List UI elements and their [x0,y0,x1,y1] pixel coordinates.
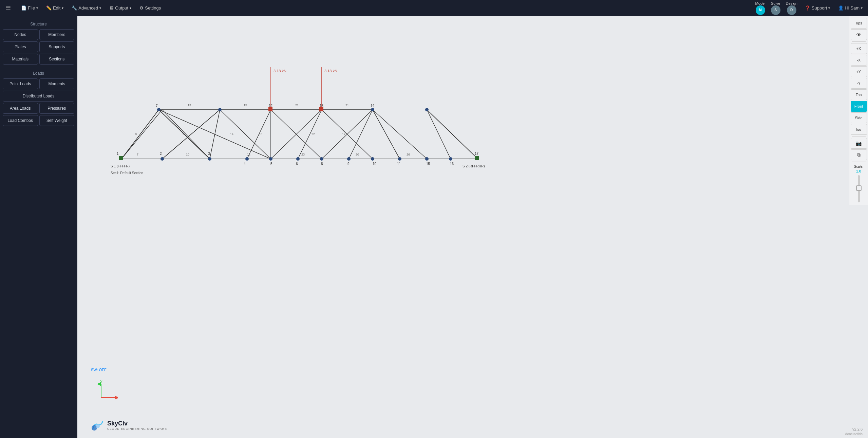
screenshot-btn[interactable]: 📷 [851,138,867,149]
svg-text:9: 9 [347,162,350,166]
svg-point-57 [296,157,300,161]
svg-text:23: 23 [301,153,305,156]
distributed-loads-btn[interactable]: Distributed Loads [3,91,74,102]
svg-text:X: X [115,396,118,399]
svg-line-43 [427,110,451,159]
layers-btn[interactable]: ⧉ [851,149,867,160]
svg-text:5: 5 [270,162,272,166]
dont-use-label: dontusethis [845,432,863,436]
scale-slider-track [858,175,860,202]
advanced-icon: 🔧 [72,5,77,11]
svg-line-42 [373,110,400,159]
loads-buttons-row1: Point Loads Moments [3,78,74,89]
plus-y-btn[interactable]: +Y [851,66,867,77]
svg-text:20: 20 [356,153,359,156]
structure-buttons-row1: Nodes Members [3,29,74,40]
self-weight-btn[interactable]: Self Weight [39,115,75,126]
area-loads-btn[interactable]: Area Loads [3,103,38,114]
svg-point-52 [425,108,429,111]
svg-text:S 1 (FFFFR): S 1 (FFFFR) [111,164,130,168]
structure-section-label: Structure [3,22,74,26]
sw-status: SW: OFF [91,368,107,372]
svg-text:8: 8 [321,162,323,166]
svg-text:7: 7 [137,153,138,156]
svg-text:8: 8 [135,132,137,136]
topbar-left: ☰ 📄 File ▾ ✏️ Edit ▾ 🔧 Advanced ▾ 🖥 Outp… [3,3,164,13]
svg-point-51 [371,108,374,111]
svg-text:14: 14 [230,132,233,136]
svg-text:26: 26 [407,153,410,156]
sections-btn[interactable]: Sections [39,54,75,65]
topbar: ☰ 📄 File ▾ ✏️ Edit ▾ 🔧 Advanced ▾ 🖥 Outp… [0,0,868,16]
mode-design-btn[interactable]: Design D [784,1,799,16]
svg-point-109 [96,424,100,428]
svg-point-61 [398,157,401,161]
canvas-area[interactable]: 3.18 kN 3.18 kN [77,16,868,438]
mode-model-btn[interactable]: Model M [753,1,768,16]
moments-btn[interactable]: Moments [39,78,75,89]
minus-x-btn[interactable]: -X [851,55,867,66]
toolbar-divider-2 [852,136,866,136]
svg-line-41 [349,110,373,159]
user-button[interactable]: 👤 Hi Sam ▾ [835,4,865,12]
svg-point-58 [320,157,323,161]
svg-text:14: 14 [371,104,375,108]
loads-section-label: Loads [3,71,74,76]
toolbar-divider [852,41,866,42]
svg-point-53 [161,157,164,161]
svg-point-60 [371,157,374,161]
svg-text:16: 16 [259,132,262,136]
nav-file[interactable]: 📄 File ▾ [18,4,41,12]
svg-rect-67 [319,107,323,111]
svg-line-34 [373,110,427,159]
plus-x-btn[interactable]: +X [851,43,867,54]
svg-text:13: 13 [320,104,324,108]
right-toolbar: Tips 👁 +X -X +Y -Y Top Front Side Iso 📷 … [849,16,868,205]
svg-text:17: 17 [475,152,479,156]
svg-text:3.18 kN: 3.18 kN [324,69,337,73]
svg-text:9: 9 [183,132,184,136]
plates-btn[interactable]: Plates [3,41,38,52]
nav-advanced[interactable]: 🔧 Advanced ▾ [68,4,105,12]
front-view-btn[interactable]: Front [851,101,867,112]
iso-view-btn[interactable]: Iso [851,124,867,135]
point-loads-btn[interactable]: Point Loads [3,78,38,89]
nodes-btn[interactable]: Nodes [3,29,38,40]
truss-diagram: 3.18 kN 3.18 kN [105,33,512,210]
file-icon: 📄 [21,5,26,11]
support-button[interactable]: ❓ Support ▾ [802,4,833,12]
svg-line-26 [220,110,271,159]
svg-point-48 [218,108,222,111]
visibility-btn[interactable]: 👁 [851,29,867,40]
nav-settings[interactable]: ⚙ Settings [136,4,164,12]
svg-rect-66 [268,107,272,111]
supports-btn[interactable]: Supports [39,41,75,52]
pressures-btn[interactable]: Pressures [39,103,75,114]
members-btn[interactable]: Members [39,29,75,40]
svg-point-55 [245,157,249,161]
svg-text:2: 2 [160,152,162,156]
svg-text:16: 16 [450,162,454,166]
loads-buttons-row2: Distributed Loads [3,91,74,102]
nav-edit[interactable]: ✏️ Edit ▾ [43,4,67,12]
section-divider [3,68,74,68]
svg-line-44 [427,110,478,159]
svg-text:3: 3 [208,152,210,156]
svg-text:12: 12 [269,104,273,108]
load-combos-btn[interactable]: Load Combos [3,115,38,126]
logo-subtitle: CLOUD ENGINEERING SOFTWARE [107,427,167,431]
menu-button[interactable]: ☰ [3,3,14,13]
tips-btn[interactable]: Tips [851,18,867,29]
side-view-btn[interactable]: Side [851,112,867,123]
mode-solve-btn[interactable]: Solve S [769,1,782,16]
svg-text:12: 12 [247,153,250,156]
svg-line-40 [298,110,322,159]
scale-slider-thumb[interactable] [856,185,862,191]
top-view-btn[interactable]: Top [851,89,867,100]
materials-btn[interactable]: Materials [3,54,38,65]
svg-text:15: 15 [244,104,247,107]
nav-output[interactable]: 🖥 Output ▾ [106,4,135,12]
minus-y-btn[interactable]: -Y [851,78,867,89]
svg-point-47 [157,108,161,111]
svg-text:10: 10 [186,153,189,156]
